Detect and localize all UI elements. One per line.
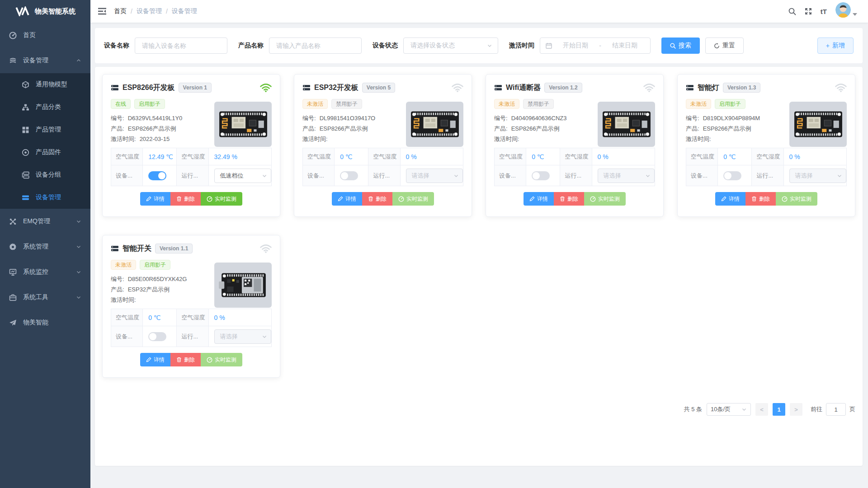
device-switch-toggle[interactable] [532,171,550,180]
temperature-value: 0 ℃ [335,148,368,165]
device-name: 智能开关 [123,244,151,253]
chevron-down-icon [76,244,81,249]
temperature-value: 0 ℃ [526,148,560,165]
card-actions: 详情 删除 实时监测 [302,192,463,206]
shadow-badge: 启用影子 [715,99,745,109]
search-icon [670,43,676,49]
delete-button[interactable]: 删除 [170,353,201,366]
device-switch-toggle[interactable] [148,171,166,180]
sidebar-item-product-category[interactable]: 产品分类 [0,96,90,118]
fullscreen-icon[interactable] [800,0,816,23]
sidebar-item-device-group[interactable]: 设备分组 [0,164,90,186]
edit-icon [721,196,726,202]
realtime-monitor-button[interactable]: 实时监测 [392,192,434,206]
device-switch-toggle[interactable] [723,171,741,180]
goto-label: 前往 [811,405,822,413]
device-photo [214,102,272,147]
detail-button[interactable]: 详情 [524,192,554,206]
sidebar-collapse-icon[interactable] [90,0,114,23]
page-1-button[interactable]: 1 [773,403,785,416]
run-mode-select[interactable]: 请选择 [406,169,463,183]
search-button[interactable]: 搜索 [661,38,700,54]
detail-button[interactable]: 详情 [140,353,170,366]
sidebar-item-product-mgmt[interactable]: 产品管理 [0,118,90,141]
realtime-monitor-button[interactable]: 实时监测 [201,192,242,206]
layers-icon [9,57,17,65]
realtime-monitor-button[interactable]: 实时监测 [584,192,626,206]
delete-button[interactable]: 删除 [170,192,201,206]
page-size-select[interactable]: 10条/页 [707,403,751,416]
delete-button[interactable]: 删除 [554,192,584,206]
temperature-value: 0 ℃ [143,309,177,326]
realtime-monitor-button[interactable]: 实时监测 [776,192,817,206]
hardware-icon [111,84,119,91]
device-info: 编号:DL9981541O39417O 产品:ESP8266产品示例 激活时间: [302,113,404,144]
prev-page-button[interactable]: < [755,403,768,416]
edit-icon [146,357,151,362]
trash-icon [368,196,373,202]
sidebar-item-device-mgmt-active[interactable]: 设备管理 [0,186,90,209]
card-actions: 详情 删除 实时监测 [686,192,847,206]
sidebar-item-system-tools[interactable]: 系统工具 [0,285,90,310]
delete-button[interactable]: 删除 [362,192,392,206]
device-name: Wifi通断器 [506,83,541,93]
sidebar-item-system-monitor[interactable]: 系统监控 [0,259,90,285]
device-info: 编号:D819DLX904P8894M 产品:ESP8266产品示例 激活时间: [686,113,788,144]
device-photo [789,102,847,147]
wifi-status-icon [260,244,272,253]
sidebar-item-thing-model[interactable]: 通用物模型 [0,73,90,96]
user-menu[interactable] [835,2,857,20]
filter-device-name: 设备名称 [104,38,227,54]
run-mode-select[interactable]: 请选择 [214,329,271,344]
device-switch-toggle[interactable] [148,332,166,341]
search-icon[interactable] [784,0,800,23]
logo[interactable]: 物美智能系统 [0,0,90,23]
product-value: ESP8266产品示例 [703,125,751,133]
pagination-total: 共 5 条 [684,405,702,413]
device-switch-label: 设备... [686,165,718,186]
breadcrumb-device-mgmt[interactable]: 设备管理 [137,7,162,15]
briefcase-icon [9,294,17,301]
detail-button[interactable]: 详情 [332,192,362,206]
sidebar-item-device-mgmt[interactable]: 设备管理 [0,48,90,73]
detail-button[interactable]: 详情 [715,192,745,206]
add-button[interactable]: + 新增 [817,38,854,54]
product-label: 产品: [111,125,124,133]
device-info: 编号:D40409640636CNZ3 产品:ESP8266产品示例 激活时间: [494,113,596,144]
sidebar-item-product-firmware[interactable]: 产品固件 [0,141,90,164]
device-status-select[interactable]: 请选择设备状态 [403,38,498,54]
font-size-icon[interactable]: tT [816,0,831,23]
device-card: 智能灯 Version 1.3 未激活 启用影子 编号:D819DLX904P8… [677,74,855,217]
activated-label: 激活时间: [686,135,711,143]
realtime-monitor-button[interactable]: 实时监测 [201,353,242,366]
sidebar-item-system-mgmt[interactable]: 系统管理 [0,234,90,259]
chevron-down-icon [262,173,267,178]
device-name-input[interactable] [135,38,227,54]
breadcrumb-home[interactable]: 首页 [114,7,127,15]
chevron-down-icon [76,219,81,224]
telemetry-table: 空气温度 0 ℃ 空气湿度 0 % 设备... 运行... 请选择 [686,148,847,186]
delete-button[interactable]: 删除 [745,192,776,206]
temperature-label: 空气温度 [686,148,718,165]
run-mode-select[interactable]: 请选择 [789,169,846,183]
product-name-input[interactable] [269,38,362,54]
humidity-label: 空气湿度 [368,148,400,165]
next-page-button[interactable]: > [790,403,802,416]
run-mode-select[interactable]: 请选择 [598,169,655,183]
version-badge: Version 1.3 [723,83,760,93]
run-mode-select[interactable]: 低速档位 [214,169,271,183]
detail-button[interactable]: 详情 [140,192,170,206]
gauge-icon [782,196,788,202]
goto-page-input[interactable] [826,403,846,416]
run-mode-label: 运行... [177,165,208,186]
reset-button[interactable]: 重置 [705,38,744,54]
sidebar-item-home[interactable]: 首页 [0,23,90,48]
date-range-picker[interactable]: 开始日期 - 结束日期 [540,38,651,54]
device-switch-toggle[interactable] [340,171,358,180]
serial-label: 编号: [111,275,124,283]
card-actions: 详情 删除 实时监测 [111,192,272,206]
sidebar-item-emq[interactable]: EMQ管理 [0,209,90,234]
version-badge: Version 1.2 [544,83,582,93]
humidity-value: 32.49 % [208,148,271,165]
sidebar-item-wumei[interactable]: 物美智能 [0,310,90,335]
